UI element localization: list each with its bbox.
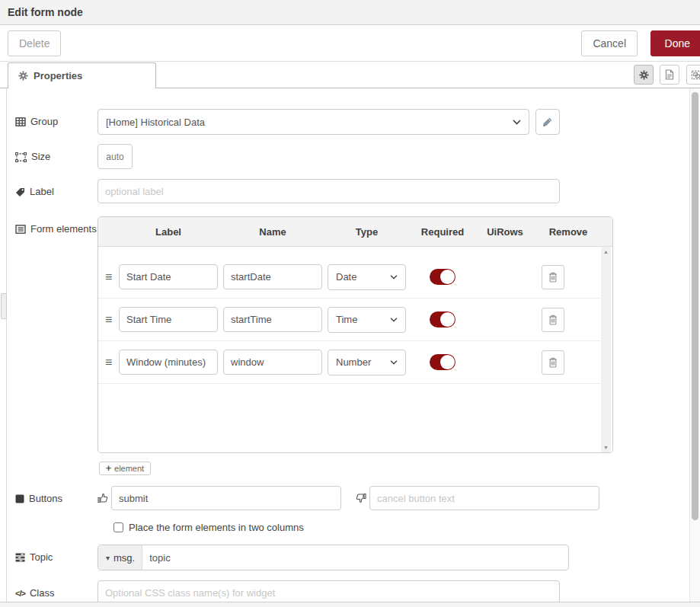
class-label: Class [30,586,55,600]
trash-icon [548,272,558,283]
toggle-knob [440,312,455,327]
col-header-remove: Remove [542,226,595,238]
size-label-wrap: Size [15,144,97,164]
required-toggle[interactable] [430,269,455,285]
size-row: Size auto [15,144,700,169]
group-label-wrap: Group [15,109,97,129]
done-button[interactable]: Done [650,30,700,56]
chevron-down-icon [390,275,398,280]
required-toggle[interactable] [430,311,455,327]
form-elements-label: Form elements [30,222,97,236]
add-element-button[interactable]: +element [99,462,151,475]
plus-icon: + [106,464,111,473]
done-button-label: Done [665,37,690,50]
tray-left-border [6,88,7,602]
thumbs-down-icon [356,486,366,503]
tray-resize-handle[interactable] [1,293,7,319]
chevron-down-icon [513,120,521,125]
topic-type-select[interactable]: ▾ msg. [98,545,142,570]
trash-icon [548,315,558,325]
size-label: Size [31,150,50,164]
class-row: </> Class [15,580,700,602]
square-icon [15,494,24,503]
group-select-value: [Home] Historical Data [106,117,205,128]
element-type-select[interactable]: Number [328,350,406,375]
element-label-input[interactable] [119,264,218,289]
element-label-input[interactable] [119,350,218,375]
table-scrollbar[interactable]: ▲ ▼ [601,247,611,452]
form-elements-label-wrap: Form elements [15,216,97,236]
drag-handle-icon[interactable]: ≡ [105,356,119,369]
tray-scrollbar-thumb[interactable] [692,92,698,520]
drag-handle-icon[interactable]: ≡ [105,314,119,326]
remove-element-button[interactable] [542,308,564,332]
delete-button-label: Delete [19,37,50,50]
required-toggle[interactable] [430,354,455,370]
element-type-value: Number [336,356,371,368]
tab-properties[interactable]: Properties [8,62,156,88]
scroll-up-icon[interactable]: ▲ [603,249,609,254]
file-icon [665,69,674,80]
topic-row: Topic ▾ msg. topic [15,545,700,570]
tray-scrollbar[interactable] [689,88,700,602]
col-header-label: Label [119,226,218,238]
cancel-button[interactable]: Cancel [581,30,638,56]
edit-group-button[interactable] [535,109,560,135]
element-type-value: Time [336,314,357,325]
topic-label-wrap: Topic [15,545,97,564]
topic-type-label: msg. [113,552,135,564]
scroll-down-icon[interactable]: ▼ [603,445,609,450]
object-group-icon [15,152,27,162]
delete-button[interactable]: Delete [8,30,61,56]
drag-handle-icon[interactable]: ≡ [105,271,119,283]
submit-button-text-input[interactable] [111,486,341,510]
caret-down-icon: ▾ [106,554,110,562]
object-group-icon [691,70,700,80]
buttons-label: Buttons [29,492,62,506]
col-header-required: Required [416,226,469,238]
table-row: ≡ Date [98,256,600,299]
class-input[interactable] [97,580,560,602]
trash-icon [548,357,558,368]
label-label-wrap: Label [15,179,97,199]
cancel-button-text-input[interactable] [369,486,599,510]
two-columns-checkbox[interactable] [113,522,123,532]
topic-value[interactable]: topic [142,545,170,570]
class-label-wrap: </> Class [15,580,97,600]
cancel-button-label: Cancel [593,37,626,50]
topic-typed-input: ▾ msg. topic [97,545,569,570]
tag-icon [15,187,25,197]
element-type-select[interactable]: Date [328,264,406,290]
tab-properties-label: Properties [34,70,82,81]
node-description-button[interactable] [660,65,679,85]
two-columns-label: Place the form elements in two columns [129,522,304,533]
topic-label: Topic [30,551,53,564]
pencil-icon [542,117,553,127]
tray-footer [0,602,700,607]
col-header-name: Name [223,226,322,238]
element-name-input[interactable] [223,350,322,375]
table-body: ≡ Date [98,247,612,452]
chevron-down-icon [390,318,398,322]
tab-bar: Properties [0,62,700,88]
node-appearance-button[interactable] [686,65,700,85]
form-elements-table: Label Name Type Required UiRows Remove ≡ [97,216,613,453]
col-header-type: Type [328,226,406,238]
element-label-input[interactable] [119,307,218,332]
table-row: ≡ Number [98,341,600,384]
element-name-input[interactable] [223,264,322,289]
group-label: Group [30,115,58,129]
label-label: Label [30,185,54,199]
element-type-select[interactable]: Time [328,307,406,333]
group-select[interactable]: [Home] Historical Data [97,109,529,135]
node-properties-button[interactable] [634,65,654,85]
add-element-label: element [114,464,144,473]
label-input[interactable] [97,179,560,203]
remove-element-button[interactable] [542,265,564,289]
group-row: Group [Home] Historical Data [15,109,700,135]
remove-element-button[interactable] [542,350,564,375]
chevron-down-icon [390,360,398,365]
element-name-input[interactable] [223,307,322,332]
size-button[interactable]: auto [97,144,133,169]
toggle-knob [440,355,455,369]
